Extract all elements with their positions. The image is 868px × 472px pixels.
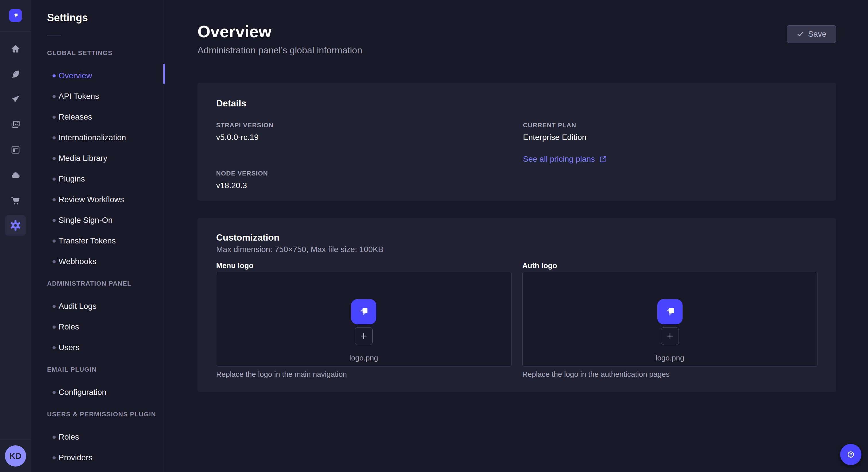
subnav-item-transfer-tokens[interactable]: Transfer Tokens — [32, 231, 165, 251]
home-button[interactable] — [11, 44, 20, 54]
subnav-item-admin-users[interactable]: Users — [32, 337, 165, 358]
settings-button[interactable] — [5, 215, 26, 236]
field-value: v18.20.3 — [216, 181, 523, 191]
field-value: v5.0.0-rc.19 — [216, 133, 523, 142]
bullet-icon — [53, 198, 56, 201]
details-card: Details STRAPI VERSION v5.0.0-rc.19 CURR… — [197, 82, 836, 201]
marketplace-button[interactable] — [11, 196, 20, 205]
user-avatar[interactable]: KD — [5, 445, 26, 467]
page-subtitle: Administration panel’s global informatio… — [197, 45, 362, 56]
bullet-icon — [53, 305, 56, 308]
subnav-item-up-roles[interactable]: Roles — [32, 427, 165, 447]
section-list-email-plugin: Configuration — [32, 382, 165, 403]
auth-logo-field: Auth logo logo.png — [522, 262, 818, 378]
section-list-users-permissions-plugin: Roles Providers — [32, 427, 165, 468]
add-menu-logo-button[interactable] — [355, 327, 373, 345]
auth-logo-preview — [657, 299, 683, 324]
media-library-button[interactable] — [11, 120, 20, 130]
subnav-item-admin-roles[interactable]: Roles — [32, 316, 165, 337]
settings-subnav: Settings GLOBAL SETTINGS Overview API To… — [32, 0, 165, 472]
subnav-item-overview[interactable]: Overview — [32, 65, 165, 86]
section-list-administration-panel: Audit Logs Roles Users — [32, 296, 165, 358]
subnav-item-up-providers[interactable]: Providers — [32, 447, 165, 468]
menu-logo-label: Menu logo — [216, 262, 512, 270]
subnav-item-webhooks[interactable]: Webhooks — [32, 251, 165, 272]
bullet-icon — [53, 391, 56, 394]
auth-logo-label: Auth logo — [522, 262, 818, 270]
rail-footer: KD — [0, 440, 31, 472]
bullet-icon — [53, 74, 56, 77]
page-header: Overview Administration panel’s global i… — [166, 0, 868, 56]
nav-rail: KD — [0, 0, 31, 472]
bullet-icon — [53, 157, 56, 160]
node-version-field: NODE VERSION v18.20.3 — [216, 170, 523, 191]
strapi-logo-button[interactable] — [9, 9, 22, 22]
bullet-icon — [53, 239, 56, 243]
home-icon — [11, 44, 20, 54]
auth-logo-filename: logo.png — [656, 353, 684, 362]
auth-logo-description: Replace the logo in the authentication p… — [522, 370, 818, 378]
field-label: CURRENT PLAN — [523, 122, 817, 129]
gear-icon — [10, 220, 21, 231]
subnav-title-divider — [47, 36, 61, 36]
check-icon — [797, 30, 804, 38]
subnav-item-review-workflows[interactable]: Review Workflows — [32, 189, 165, 210]
section-list-global-settings: Overview API Tokens Releases Internation… — [32, 65, 165, 272]
subnav-title: Settings — [47, 11, 165, 24]
customization-subtitle: Max dimension: 750×750, Max file size: 1… — [216, 244, 817, 255]
section-header-email-plugin: EMAIL PLUGIN — [47, 366, 165, 373]
bullet-icon — [53, 95, 56, 98]
field-value: Enterprise Edition — [523, 133, 817, 142]
menu-logo-description: Replace the logo in the main navigation — [216, 370, 512, 378]
menu-logo-filename: logo.png — [349, 353, 378, 362]
bullet-icon — [53, 326, 56, 329]
subnav-item-plugins[interactable]: Plugins — [32, 169, 165, 189]
help-button[interactable] — [840, 444, 861, 465]
bullet-icon — [53, 456, 56, 460]
auth-logo-upload-box[interactable]: logo.png — [522, 272, 818, 367]
menu-logo-preview — [351, 299, 376, 324]
content-builder-button[interactable] — [11, 69, 20, 79]
bullet-icon — [53, 219, 56, 222]
subnav-item-audit-logs[interactable]: Audit Logs — [32, 296, 165, 316]
subnav-item-internationalization[interactable]: Internationalization — [32, 127, 165, 148]
bullet-icon — [53, 115, 56, 119]
section-header-global-settings: GLOBAL SETTINGS — [47, 49, 165, 57]
bullet-icon — [53, 260, 56, 263]
add-auth-logo-button[interactable] — [661, 327, 679, 345]
cloud-button[interactable] — [11, 170, 20, 180]
external-link-icon — [599, 155, 607, 163]
bullet-icon — [53, 346, 56, 349]
images-icon — [11, 120, 20, 130]
content-manager-button[interactable] — [11, 145, 20, 155]
strapi-version-field: STRAPI VERSION v5.0.0-rc.19 — [216, 122, 523, 164]
cart-icon — [11, 196, 20, 205]
details-card-title: Details — [216, 98, 817, 109]
subnav-item-media-library[interactable]: Media Library — [32, 148, 165, 169]
subnav-item-api-tokens[interactable]: API Tokens — [32, 86, 165, 107]
subnav-item-email-configuration[interactable]: Configuration — [32, 382, 165, 403]
subnav-item-releases[interactable]: Releases — [32, 107, 165, 127]
feather-icon — [11, 69, 20, 79]
main-content: Overview Administration panel’s global i… — [166, 0, 868, 472]
plus-icon — [360, 332, 368, 340]
cloud-icon — [11, 170, 20, 180]
bullet-icon — [53, 177, 56, 181]
customization-card-title: Customization — [216, 232, 817, 243]
active-item-indicator — [163, 64, 165, 84]
strapi-logo-icon — [12, 12, 19, 19]
section-header-users-permissions-plugin: USERS & PERMISSIONS PLUGIN — [47, 411, 165, 418]
save-button[interactable]: Save — [787, 25, 836, 43]
field-label: STRAPI VERSION — [216, 122, 523, 129]
rail-divider — [0, 31, 31, 32]
bullet-icon — [53, 136, 56, 139]
menu-logo-field: Menu logo logo.png — [216, 262, 512, 378]
customization-card: Customization Max dimension: 750×750, Ma… — [197, 218, 836, 392]
subnav-item-single-sign-on[interactable]: Single Sign-On — [32, 210, 165, 231]
deploy-button[interactable] — [11, 95, 20, 104]
menu-logo-upload-box[interactable]: logo.png — [216, 272, 512, 367]
bullet-icon — [53, 436, 56, 439]
section-header-administration-panel: ADMINISTRATION PANEL — [47, 280, 165, 287]
field-label: NODE VERSION — [216, 170, 523, 177]
pricing-plans-link[interactable]: See all pricing plans — [523, 154, 607, 164]
